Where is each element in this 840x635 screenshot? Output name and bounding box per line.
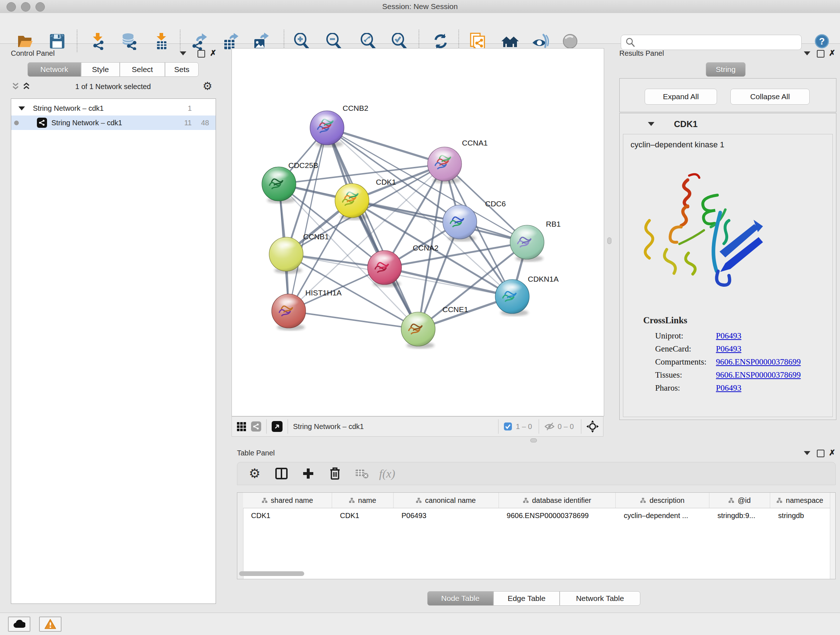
toolbar-separator [498, 419, 499, 434]
warnings-button[interactable] [39, 616, 62, 632]
import-table-from-file-icon[interactable] [152, 32, 171, 51]
table-cell[interactable]: CDK1 [332, 508, 393, 523]
network-node-HIST1H1A[interactable] [272, 294, 306, 331]
column-header-shared-name[interactable]: shared name [243, 493, 332, 508]
network-collection-row[interactable]: String Network – cdk1 1 [11, 101, 216, 116]
column-header-label: database identifier [532, 496, 591, 505]
column-header--id[interactable]: @id [709, 493, 770, 508]
search-input[interactable] [638, 36, 801, 49]
help-icon[interactable]: ? [813, 32, 831, 51]
network-node-CDC25B[interactable] [262, 167, 296, 203]
network-edge[interactable] [327, 128, 418, 329]
network-node-CCNB1[interactable] [269, 237, 303, 274]
import-network-from-database-icon[interactable] [119, 32, 138, 51]
import-network-from-file-icon[interactable] [88, 32, 107, 51]
grid-icon[interactable] [237, 422, 246, 431]
tab-edge-table[interactable]: Edge Table [493, 591, 560, 606]
column-header-description[interactable]: description [616, 493, 709, 508]
crosslink-link[interactable]: 9606.ENSP00000378699 [716, 371, 801, 380]
results-panel-close-icon[interactable]: ✗ [829, 50, 835, 56]
network-node-RB1[interactable] [510, 225, 544, 262]
tab-string[interactable]: String [706, 62, 745, 77]
column-header-namespace[interactable]: namespace [770, 493, 830, 508]
horizontal-splitter-handle[interactable] [531, 439, 537, 442]
network-node-CCNA1[interactable] [428, 147, 462, 184]
control-panel-maximize-icon[interactable] [197, 50, 205, 57]
column-selector-icon[interactable] [272, 464, 291, 483]
table-row[interactable]: CDK1CDK1P064939606.ENSP00000378699cyclin… [243, 508, 830, 523]
tab-network[interactable]: Network [27, 62, 81, 77]
control-panel-float-icon[interactable] [180, 51, 186, 55]
column-header-label: name [358, 496, 376, 505]
network-view-toolbar: String Network – cdk1 1 – 0 0 – 0 [232, 416, 603, 437]
network-node-label: CCNB1 [303, 233, 329, 241]
status-bar: Memory [0, 613, 840, 635]
share-network-icon[interactable] [251, 421, 261, 432]
collapse-all-button[interactable]: Collapse All [730, 89, 810, 105]
network-edge[interactable] [385, 268, 512, 296]
results-panel-maximize-icon[interactable] [817, 50, 824, 57]
table-gear-icon[interactable]: ⚙ [245, 464, 264, 483]
delete-table-icon[interactable] [352, 464, 371, 483]
selected-checkbox-icon[interactable] [504, 422, 512, 431]
table-cell[interactable]: 9606.ENSP00000378699 [499, 508, 616, 523]
collection-expand-icon[interactable] [19, 106, 25, 111]
expand-all-button[interactable]: Expand All [645, 89, 717, 105]
crosslink-link[interactable]: P06493 [716, 344, 741, 354]
export-network-icon[interactable] [190, 32, 209, 51]
open-session-icon[interactable] [16, 32, 35, 51]
table-header-row: shared namenamecanonical namedatabase id… [243, 493, 830, 508]
crosslink-link[interactable]: 9606.ENSP00000378699 [716, 357, 801, 367]
table-cell[interactable]: stringdb:9... [709, 508, 770, 523]
vertical-splitter-handle[interactable] [607, 238, 611, 244]
table-cell[interactable]: CDK1 [243, 508, 332, 523]
network-row-selected[interactable]: String Network – cdk1 11 48 [11, 116, 216, 130]
network-canvas[interactable]: CCNB2CCNA1CDC25BCDK1CDC6RB1CCNB1CCNA2CDK… [232, 48, 604, 416]
function-builder-icon[interactable]: f(x) [379, 464, 395, 483]
delete-column-icon[interactable] [325, 464, 344, 483]
column-header-canonical-name[interactable]: canonical name [393, 493, 499, 508]
network-edge[interactable] [289, 128, 327, 311]
network-node-CDKN1A[interactable] [495, 279, 529, 316]
network-node-CCNE1[interactable] [401, 312, 435, 348]
table-panel-float-icon[interactable] [804, 451, 810, 455]
tab-node-table[interactable]: Node Table [427, 591, 493, 606]
hidden-counts: 0 – 0 [558, 423, 574, 431]
table-horizontal-scrollbar-thumb[interactable] [239, 571, 304, 576]
column-header-label: namespace [786, 496, 823, 505]
cloud-button[interactable] [8, 616, 30, 632]
hidden-eye-icon[interactable] [544, 422, 555, 431]
network-edge[interactable] [289, 311, 418, 329]
crosslink-link[interactable]: P06493 [716, 383, 741, 393]
results-panel-float-icon[interactable] [804, 51, 810, 55]
column-header-database-identifier[interactable]: database identifier [499, 493, 616, 508]
control-panel-close-icon[interactable]: ✗ [210, 50, 216, 56]
network-edge[interactable] [327, 128, 445, 164]
cloud-icon [13, 620, 25, 629]
tab-select[interactable]: Select [120, 62, 165, 77]
toolbar-separator [581, 419, 581, 434]
crosslink-row: GeneCard:P06493 [655, 344, 832, 354]
tab-style[interactable]: Style [81, 62, 120, 77]
table-panel-close-icon[interactable]: ✗ [829, 450, 835, 456]
network-panel-gear-icon[interactable]: ⚙ [202, 80, 212, 92]
crosslink-link[interactable]: P06493 [716, 331, 741, 340]
toolbar-separator [287, 419, 288, 434]
tab-network-table[interactable]: Network Table [560, 591, 640, 606]
open-in-new-window-icon[interactable] [272, 421, 283, 432]
table-vertical-scrollbar[interactable] [830, 493, 835, 579]
save-session-icon[interactable] [48, 32, 66, 51]
entry-collapse-icon[interactable] [648, 122, 654, 126]
birdseye-view-icon[interactable] [586, 420, 599, 432]
table-cell[interactable]: stringdb [770, 508, 830, 523]
tab-sets[interactable]: Sets [165, 62, 199, 77]
add-column-icon[interactable] [299, 464, 317, 483]
table-panel-maximize-icon[interactable] [817, 450, 824, 457]
network-node-CDC6[interactable] [443, 205, 477, 241]
table-cell[interactable]: cyclin–dependent ... [616, 508, 709, 523]
search-box [621, 35, 802, 50]
table-cell[interactable]: P06493 [393, 508, 499, 523]
column-header-name[interactable]: name [332, 493, 393, 508]
collection-count: 1 [188, 104, 192, 112]
network-node-CDK1[interactable] [335, 184, 369, 220]
